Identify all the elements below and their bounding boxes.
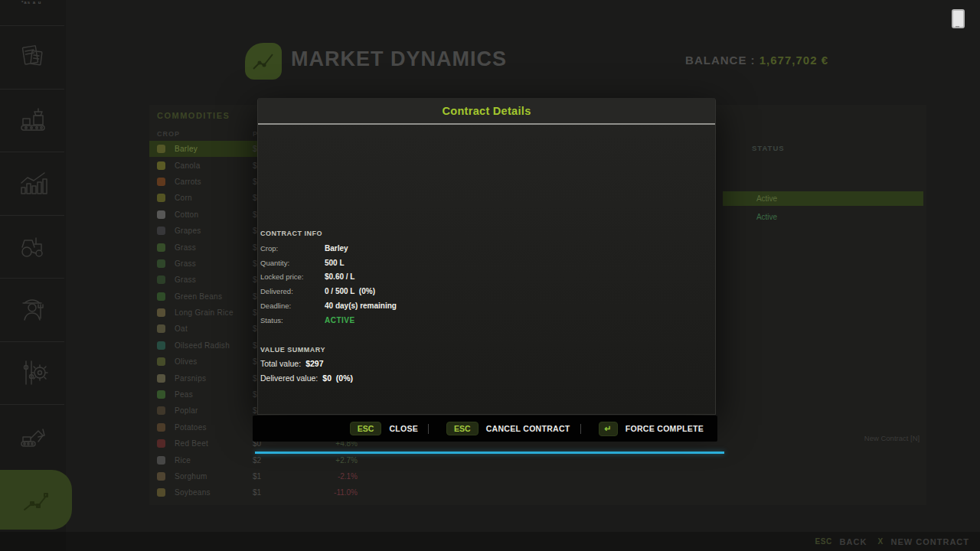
crop-name: Long Grain Rice: [175, 308, 234, 317]
tab[interactable]: [383, 90, 395, 96]
crop-name: Grass: [175, 243, 196, 252]
button-divider: [580, 424, 581, 434]
crop-icon: [157, 227, 165, 235]
crop-price: $: [253, 145, 257, 153]
contract-info-header: CONTRACT INFO: [260, 230, 322, 237]
sidebar-divider: [0, 152, 64, 152]
sidebar-item-statistics[interactable]: [0, 157, 66, 210]
value-summary: Total value: $297 Delivered value: $0 (0…: [260, 357, 353, 386]
contract-field-row: Crop: Barley: [260, 241, 397, 256]
crop-change: +2.7%: [312, 456, 358, 465]
footer-key: ESC: [815, 537, 832, 546]
sidebar-item-finances[interactable]: [0, 31, 66, 84]
commodity-row[interactable]: Soybeans $1 -11.0%: [149, 484, 371, 500]
summary-label: Delivered value:: [260, 373, 318, 383]
modal-button[interactable]: ↵ FORCE COMPLETE: [570, 422, 704, 436]
crop-price: $: [253, 227, 257, 235]
sidebar-item-production[interactable]: [0, 93, 66, 147]
crop-name: Cotton: [175, 210, 198, 219]
sidebar-item-market-dynamics[interactable]: [0, 470, 72, 530]
commodity-row[interactable]: Rice $2 +2.7%: [149, 452, 371, 468]
crop-icon: [157, 406, 165, 415]
balance-value: 1,677,702 €: [760, 54, 828, 67]
crop-icon: [157, 341, 165, 350]
crop-icon: [157, 308, 165, 317]
modal-button[interactable]: ESC CLOSE: [350, 422, 418, 436]
value-summary-header: VALUE SUMMARY: [260, 346, 325, 354]
crop-name: Red Beet: [175, 439, 208, 448]
harvester-icon: [15, 229, 51, 264]
modal-footer: ESC CLOSE ESC CANCEL CONTRACT ↵ FORCE CO…: [253, 416, 717, 442]
crop-icon: [157, 390, 165, 399]
contract-field-row: Quantity: 500 L: [260, 256, 397, 270]
tuning-gear-icon: [15, 355, 51, 390]
crop-price: $: [253, 374, 257, 383]
crop-icon: [157, 456, 165, 465]
contract-row[interactable]: Active: [723, 191, 923, 206]
crop-price: $: [253, 243, 257, 252]
crop-name: Grass: [175, 276, 196, 284]
crop-icon: [157, 161, 165, 170]
contract-row[interactable]: Active: [723, 210, 923, 224]
button-label: FORCE COMPLETE: [626, 424, 704, 433]
commodities-title: COMMODITIES: [157, 111, 230, 120]
leaf-chart-icon: [250, 47, 277, 75]
contract-details-modal: Contract Details CONTRACT INFO Crop: Bar…: [257, 98, 716, 415]
sidebar-divider: [0, 341, 64, 342]
field-value: Barley: [325, 244, 348, 253]
field-value: 500 L: [325, 259, 345, 267]
crop-price: $1: [253, 472, 261, 481]
field-value: 40 day(s) remaining: [325, 302, 397, 310]
summary-value: $297: [305, 359, 323, 368]
crop-name: Grapes: [175, 227, 201, 235]
summary-label: Total value:: [260, 359, 301, 368]
sidebar-item-workers[interactable]: [0, 283, 66, 337]
footer-shortcut[interactable]: ESC BACK: [815, 537, 867, 546]
button-label: CLOSE: [389, 424, 418, 433]
field-label: Delivered:: [260, 287, 325, 295]
contract-field-row: Locked price: $0.60 / L: [260, 270, 397, 285]
field-value: 0 / 500 L (0%): [325, 287, 375, 295]
crop-change: -11.0%: [312, 488, 358, 497]
crop-price: $: [253, 341, 257, 350]
commodity-row[interactable]: Sorghum $1 -2.1%: [149, 468, 371, 484]
field-label: Status:: [260, 316, 325, 324]
crop-icon: [157, 374, 165, 383]
tab[interactable]: [537, 90, 550, 96]
new-contract-hint: New Contract [N]: [861, 434, 923, 442]
crop-icon: [157, 292, 165, 301]
market-dynamics-icon: [17, 481, 55, 519]
sidebar-divider: [0, 278, 64, 279]
field-value: $0.60 / L: [325, 272, 354, 281]
footer-label: NEW CONTRACT: [891, 537, 969, 546]
crop-price: $: [253, 406, 257, 415]
tab-bar: [383, 90, 704, 96]
hotkey-badge: ESC: [350, 422, 382, 436]
crop-price: $2: [253, 456, 261, 465]
modal-button[interactable]: ESC CANCEL CONTRACT: [418, 422, 570, 436]
crop-price: $: [253, 308, 257, 317]
crop-price: $: [253, 324, 257, 333]
crop-icon: [157, 210, 165, 219]
crop-name: Green Beans: [175, 292, 222, 301]
crop-name: Corn: [175, 194, 192, 202]
sidebar-item-settings[interactable]: [0, 346, 66, 399]
tab[interactable]: [692, 90, 704, 96]
sidebar-divider: [0, 89, 64, 90]
crop-name: Rice: [175, 456, 191, 465]
sidebar-item-vehicles[interactable]: [0, 220, 66, 273]
crop-price: $: [253, 210, 257, 219]
balance-label: BALANCE :: [685, 54, 760, 67]
crop-name: Parsnips: [175, 374, 206, 383]
crop-icon: [157, 324, 165, 333]
crop-name: Poplar: [175, 406, 198, 415]
footer-shortcut[interactable]: X NEW CONTRACT: [877, 537, 969, 546]
status-column-header: STATUS: [752, 144, 785, 152]
selection-underline: [255, 452, 724, 454]
phone-icon[interactable]: [952, 9, 965, 28]
crop-price: $1: [253, 488, 261, 497]
summary-row: Delivered value: $0 (0%): [260, 371, 353, 386]
sidebar-item-construction[interactable]: [0, 409, 66, 463]
field-label: Crop:: [260, 244, 325, 253]
footer-key: X: [877, 537, 883, 546]
